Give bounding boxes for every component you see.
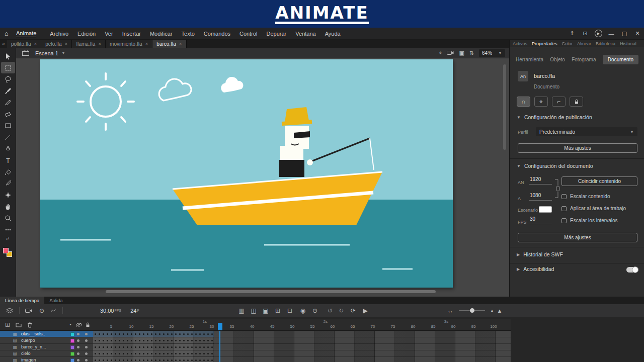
panel-tab-activos[interactable]: Activos bbox=[513, 41, 527, 46]
keyframe-dot[interactable] bbox=[111, 340, 112, 341]
layer-row[interactable]: ▤imagen bbox=[0, 357, 93, 362]
timeline-tab[interactable]: Línea de tiempo bbox=[0, 297, 44, 304]
keyframe-dot[interactable] bbox=[167, 346, 169, 348]
keyframe-dot[interactable] bbox=[115, 359, 116, 361]
menu-item[interactable]: Comandos bbox=[199, 31, 235, 37]
keyframe-dot[interactable] bbox=[195, 353, 197, 354]
keyframe-dot[interactable] bbox=[175, 353, 177, 354]
keyframe-dot[interactable] bbox=[175, 333, 177, 335]
keyframe-dot[interactable] bbox=[135, 340, 136, 341]
edit-scene-icon[interactable] bbox=[22, 50, 30, 57]
menu-item[interactable]: Control bbox=[235, 31, 262, 37]
keyframe-dot[interactable] bbox=[159, 353, 160, 354]
center-stage-icon[interactable]: ⌖ bbox=[439, 50, 442, 56]
document-tab[interactable]: pollito.fla × bbox=[7, 40, 41, 48]
close-button[interactable]: ✕ bbox=[631, 28, 644, 39]
height-field[interactable]: 1080 bbox=[529, 193, 552, 201]
step-back-icon[interactable]: ↺ bbox=[325, 304, 335, 317]
keyframe-dot[interactable] bbox=[123, 353, 124, 354]
edit-multiple-frames-icon[interactable]: ⊙ bbox=[310, 304, 320, 317]
keyframe-dot[interactable] bbox=[103, 346, 104, 348]
keyframe-dot[interactable] bbox=[135, 359, 136, 361]
subtab-documento[interactable]: Documento bbox=[603, 55, 638, 64]
keyframe-dot[interactable] bbox=[171, 353, 173, 354]
menu-item[interactable]: Depurar bbox=[262, 31, 291, 37]
eraser-tool[interactable] bbox=[1, 108, 15, 120]
current-frame-display[interactable]: 24 F bbox=[126, 304, 144, 317]
keyframe-dot[interactable] bbox=[179, 333, 181, 335]
zoom-in-frames-icon[interactable]: ▲ bbox=[496, 304, 503, 317]
keyframe-dot[interactable] bbox=[119, 359, 120, 361]
zoom-tool[interactable] bbox=[1, 212, 15, 224]
keyframe-dot[interactable] bbox=[195, 340, 197, 341]
keyframe-dot[interactable] bbox=[183, 340, 185, 341]
keyframe-dot[interactable] bbox=[135, 346, 136, 348]
keyframe-dot[interactable] bbox=[115, 346, 116, 348]
blank-keyframe-icon[interactable]: ⊞ bbox=[273, 304, 283, 317]
keyframe-dot[interactable] bbox=[199, 340, 201, 341]
restore-button[interactable]: ▢ bbox=[618, 28, 631, 39]
keyframe-dot[interactable] bbox=[123, 340, 124, 341]
keyframe-dot[interactable] bbox=[143, 346, 144, 348]
keyframe-dot[interactable] bbox=[167, 333, 169, 335]
keyframe-dot[interactable] bbox=[115, 340, 116, 341]
keyframe-dot[interactable] bbox=[155, 333, 156, 335]
keyframe-dot[interactable] bbox=[199, 346, 201, 348]
line-tool[interactable] bbox=[1, 131, 15, 143]
timeline-zoom-slider[interactable] bbox=[459, 310, 485, 311]
keyframe-dot[interactable] bbox=[151, 359, 152, 361]
keyframe-dot[interactable] bbox=[179, 359, 181, 361]
keyframe-dot[interactable] bbox=[139, 359, 140, 361]
keyframe-dot[interactable] bbox=[167, 353, 169, 354]
keyframe-dot[interactable] bbox=[107, 353, 108, 354]
keyframe-dot[interactable] bbox=[171, 359, 173, 361]
brush-tool[interactable] bbox=[1, 85, 15, 97]
canvas-pasteboard[interactable] bbox=[16, 58, 509, 297]
keyframe-dot[interactable] bbox=[99, 333, 100, 335]
keyframe-dot[interactable] bbox=[103, 359, 104, 361]
keyframe-dot[interactable] bbox=[203, 353, 205, 354]
keyframe-dot[interactable] bbox=[179, 353, 181, 354]
keyframe-dot[interactable] bbox=[139, 340, 140, 341]
keyframe-dot[interactable] bbox=[203, 340, 205, 341]
keyframe-dot[interactable] bbox=[151, 346, 152, 348]
test-movie-icon[interactable]: ▶ bbox=[592, 28, 605, 39]
keyframe-dot[interactable] bbox=[163, 346, 165, 348]
playhead-line[interactable] bbox=[219, 331, 220, 362]
keyframe-dot[interactable] bbox=[159, 340, 160, 341]
keyframe-dot[interactable] bbox=[183, 359, 185, 361]
keyframe-dot[interactable] bbox=[151, 333, 152, 335]
panel-tab-biblioteca[interactable]: Biblioteca bbox=[596, 41, 615, 46]
keyframe-dot[interactable] bbox=[163, 340, 165, 341]
keyframe-dot[interactable] bbox=[171, 333, 173, 335]
layer-row[interactable]: ▤cuerpo bbox=[0, 337, 93, 344]
keyframe-dot[interactable] bbox=[175, 359, 177, 361]
close-tab-icon[interactable]: × bbox=[179, 41, 182, 47]
scene-name[interactable]: Escena 1 bbox=[35, 50, 58, 56]
keyframe-dot[interactable] bbox=[127, 346, 128, 348]
scale-content-checkbox[interactable] bbox=[561, 194, 567, 199]
keyframe-dot[interactable] bbox=[103, 340, 104, 341]
keyframe-dot[interactable] bbox=[103, 353, 104, 354]
keyframe-dot[interactable] bbox=[183, 333, 185, 335]
keyframe-dot[interactable] bbox=[123, 359, 124, 361]
keyframe-dot[interactable] bbox=[103, 333, 104, 335]
fps-display[interactable]: 30.00 FPS bbox=[96, 304, 126, 317]
new-folder-icon[interactable] bbox=[14, 319, 23, 330]
swap-colors-icon[interactable]: ⇄ bbox=[1, 235, 15, 241]
keyframe-dot[interactable] bbox=[143, 340, 144, 341]
apply-workspace-checkbox[interactable] bbox=[561, 206, 567, 211]
keyframe-dot[interactable] bbox=[203, 346, 205, 348]
keyframe-dot[interactable] bbox=[151, 353, 152, 354]
keyframe-dot[interactable] bbox=[167, 359, 169, 361]
menu-item[interactable]: Modificar bbox=[145, 31, 177, 37]
keyframe-dot[interactable] bbox=[143, 359, 144, 361]
keyframe-dot[interactable] bbox=[211, 333, 213, 335]
keyframe-dot[interactable] bbox=[99, 353, 100, 354]
scene-dropdown-icon[interactable]: ▼ bbox=[61, 51, 65, 55]
layer-row[interactable]: ▤olas__sols.. bbox=[0, 331, 93, 337]
accessibility-header[interactable]: ▶ Accesibilidad bbox=[517, 266, 554, 272]
keyframe-dot[interactable] bbox=[99, 340, 100, 341]
layer-visibility-dot[interactable] bbox=[77, 339, 79, 342]
graph-editor-icon[interactable] bbox=[48, 304, 58, 317]
